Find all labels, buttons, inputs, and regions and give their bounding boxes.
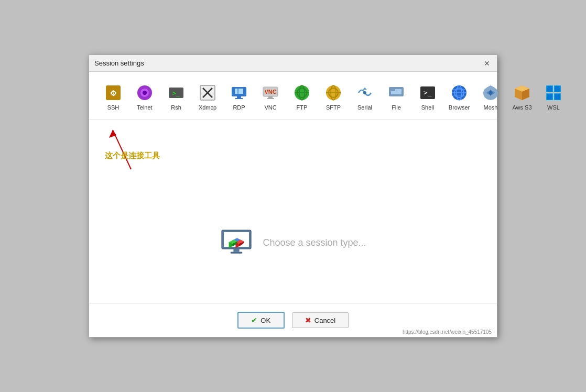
svg-text:>_: >_: [172, 90, 180, 97]
session-type-mosh[interactable]: Mosh: [475, 79, 506, 115]
file-label: File: [392, 104, 401, 111]
session-type-rsh[interactable]: >_ Rsh: [160, 79, 192, 115]
svg-text:>_: >_: [424, 89, 432, 96]
svg-rect-14: [237, 89, 239, 94]
rsh-label: Rsh: [171, 104, 181, 111]
rsh-icon: >_: [167, 83, 186, 102]
svg-text:VNC: VNC: [264, 89, 276, 95]
svg-rect-47: [547, 86, 552, 92]
svg-text:⚙: ⚙: [110, 89, 117, 97]
session-type-sftp[interactable]: SFTP: [318, 79, 349, 115]
xdmcp-label: Xdmcp: [199, 104, 216, 111]
svg-point-27: [363, 91, 366, 94]
svg-rect-12: [237, 96, 241, 98]
svg-line-51: [113, 130, 131, 169]
cancel-button[interactable]: ✖ Cancel: [292, 312, 349, 328]
svg-point-4: [143, 91, 147, 95]
svg-rect-65: [231, 252, 242, 254]
svg-rect-17: [268, 96, 273, 98]
svg-rect-48: [555, 86, 560, 92]
choose-placeholder-text: Choose a session type...: [263, 237, 366, 248]
annotation-text: 这个是连接工具: [105, 151, 160, 161]
session-settings-dialog: Session settings ✕ ⚙ SSH Teln: [89, 55, 497, 337]
session-type-awss3[interactable]: Aws S3: [506, 79, 538, 115]
session-type-ftp[interactable]: FTP: [286, 79, 318, 115]
awss3-label: Aws S3: [512, 104, 531, 111]
session-type-ssh[interactable]: ⚙ SSH: [97, 79, 129, 115]
shell-icon: >_: [418, 83, 437, 102]
session-type-rdp[interactable]: RDP: [223, 79, 255, 115]
awss3-icon: [513, 83, 531, 102]
rdp-label: RDP: [233, 104, 245, 111]
title-bar: Session settings ✕: [89, 55, 497, 72]
svg-rect-50: [555, 94, 560, 100]
serial-icon: [355, 83, 374, 102]
monitor-icon: [220, 226, 253, 259]
content-area: Choose a session type...: [89, 182, 497, 303]
ok-label: OK: [261, 317, 270, 324]
ok-button[interactable]: ✔ OK: [237, 312, 285, 329]
browser-icon: [450, 83, 469, 102]
svg-rect-13: [235, 98, 243, 99]
session-type-telnet[interactable]: Telnet: [129, 79, 160, 115]
sftp-label: SFTP: [326, 104, 341, 111]
vnc-label: VNC: [264, 104, 276, 111]
close-button[interactable]: ✕: [482, 59, 492, 68]
cancel-label: Cancel: [314, 317, 335, 324]
session-type-browser[interactable]: Browser: [443, 79, 475, 115]
wsl-label: WSL: [547, 104, 560, 111]
session-type-xdmcp[interactable]: Xdmcp: [192, 79, 223, 115]
ftp-icon: [292, 83, 311, 102]
placeholder-container: Choose a session type...: [220, 226, 366, 259]
mosh-label: Mosh: [484, 104, 498, 111]
sftp-icon: [324, 83, 343, 102]
svg-marker-52: [109, 130, 116, 138]
mosh-icon: [481, 83, 500, 102]
telnet-icon: [135, 83, 154, 102]
vnc-icon: VNC: [261, 83, 280, 102]
session-type-serial[interactable]: Serial: [349, 79, 381, 115]
ssh-label: SSH: [107, 104, 120, 111]
svg-rect-30: [391, 89, 395, 91]
xdmcp-icon: [198, 83, 217, 102]
browser-label: Browser: [449, 104, 470, 111]
svg-rect-18: [267, 98, 274, 99]
session-type-toolbar: ⚙ SSH Telnet >_: [89, 72, 497, 119]
shell-label: Shell: [421, 104, 434, 111]
rdp-icon: [230, 83, 248, 102]
wsl-icon: [544, 83, 563, 102]
ok-check-icon: ✔: [251, 316, 257, 324]
session-type-vnc[interactable]: VNC VNC: [255, 79, 286, 115]
serial-label: Serial: [357, 104, 372, 111]
session-type-shell[interactable]: >_ Shell: [412, 79, 443, 115]
telnet-label: Telnet: [137, 104, 152, 111]
cancel-x-icon: ✖: [305, 316, 311, 324]
file-icon: [387, 83, 406, 102]
annotation-area: 这个是连接工具: [89, 119, 497, 182]
footer-url: https://blog.csdn.net/weixin_45517105: [403, 329, 492, 335]
svg-rect-64: [234, 249, 240, 252]
session-type-wsl[interactable]: WSL: [538, 79, 569, 115]
dialog-title: Session settings: [94, 59, 144, 67]
session-type-file[interactable]: File: [381, 79, 412, 115]
svg-rect-49: [547, 94, 552, 100]
ftp-label: FTP: [297, 104, 308, 111]
ssh-icon: ⚙: [104, 83, 123, 102]
